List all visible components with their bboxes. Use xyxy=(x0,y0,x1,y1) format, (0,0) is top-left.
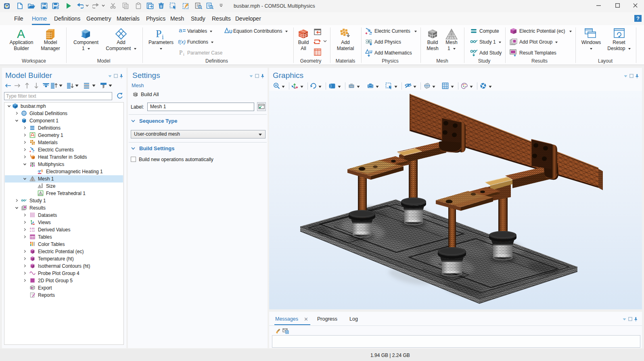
svg-text:P: P xyxy=(179,49,182,56)
svg-text:P: P xyxy=(156,28,161,40)
svg-text:i: i xyxy=(183,52,184,56)
svg-text:e-12: e-12 xyxy=(30,229,35,232)
svg-text:A: A xyxy=(17,28,25,40)
svg-text:a: a xyxy=(179,27,182,34)
svg-text:f(x): f(x) xyxy=(178,39,186,45)
